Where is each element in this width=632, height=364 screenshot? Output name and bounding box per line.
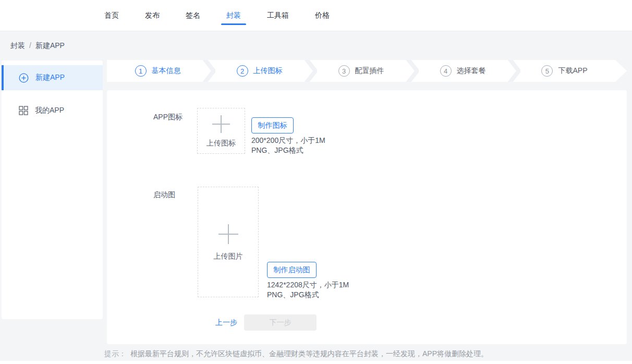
- app-icon-hint-line2: PNG、JPG格式: [251, 145, 325, 155]
- step-upload-icon: 2 上传图标: [209, 60, 310, 82]
- step-number: 5: [541, 65, 553, 77]
- nav-item-sign[interactable]: 签名: [180, 0, 205, 31]
- step-label: 选择套餐: [457, 66, 486, 76]
- step-select-plan: 4 选择套餐: [412, 60, 514, 82]
- top-header: 首页 发布 签名 封装 工具箱 价格: [0, 0, 632, 31]
- upload-icon-text: 上传图标: [206, 139, 236, 148]
- footer-tip: 提示：根据最新平台规则，不允许区块链虚拟币、金融理财类等违规内容在平台封装，一经…: [104, 349, 488, 359]
- plus-icon: [211, 114, 231, 134]
- step-number: 4: [440, 65, 452, 77]
- nav-item-toolbox[interactable]: 工具箱: [262, 0, 294, 31]
- sidebar-item-my-app[interactable]: 我的APP: [2, 98, 103, 123]
- main-panel: APP图标 上传图标 制作图标 200*200尺寸，小于1M PNG、JPG格式…: [107, 90, 627, 344]
- steps-bar: 1 基本信息 2 上传图标 3 配置插件 4 选择套餐 5 下载APP: [107, 60, 627, 82]
- step-basic-info: 1 基本信息: [107, 60, 209, 82]
- step-label: 下载APP: [558, 66, 587, 76]
- sidebar: 新建APP 我的APP: [2, 60, 103, 319]
- make-launch-image-button[interactable]: 制作启动图: [267, 262, 317, 278]
- step-label: 上传图标: [253, 66, 283, 76]
- step-number: 2: [237, 65, 248, 77]
- launch-image-hint-line2: PNG、JPG格式: [267, 290, 349, 300]
- launch-image-hint-line1: 1242*2208尺寸，小于1M: [267, 280, 349, 290]
- launch-image-label: 启动图: [153, 190, 175, 200]
- step-configure-plugins: 3 配置插件: [310, 60, 412, 82]
- step-number: 3: [338, 65, 350, 77]
- launch-image-hint: 1242*2208尺寸，小于1M PNG、JPG格式: [267, 280, 349, 300]
- app-icon-label: APP图标: [153, 113, 183, 122]
- breadcrumb-separator: /: [29, 41, 31, 50]
- main-nav: 首页 发布 签名 封装 工具箱 价格: [0, 0, 632, 31]
- breadcrumb-section[interactable]: 封装: [10, 41, 25, 50]
- nav-item-publish[interactable]: 发布: [140, 0, 165, 31]
- plus-icon: [217, 223, 239, 245]
- step-download-app: 5 下载APP: [514, 60, 615, 82]
- breadcrumb-current: 新建APP: [35, 41, 65, 50]
- nav-item-price[interactable]: 价格: [310, 0, 335, 31]
- sidebar-item-label: 我的APP: [35, 106, 64, 115]
- plus-circle-icon: [19, 73, 29, 83]
- sidebar-item-label: 新建APP: [35, 73, 65, 82]
- steps-bar-arrow-end: [615, 60, 627, 82]
- app-icon-upload-box[interactable]: 上传图标: [197, 108, 245, 154]
- nav-item-home[interactable]: 首页: [99, 0, 124, 31]
- step-label: 基本信息: [152, 66, 181, 76]
- app-icon-hint-line1: 200*200尺寸，小于1M: [251, 136, 325, 145]
- sidebar-item-new-app[interactable]: 新建APP: [2, 65, 103, 90]
- grid-icon: [19, 106, 28, 115]
- next-step-button[interactable]: 下一步: [244, 314, 317, 331]
- breadcrumb: 封装/新建APP: [10, 41, 65, 51]
- footer-tip-text: 根据最新平台规则，不允许区块链虚拟币、金融理财类等违规内容在平台封装，一经发现，…: [130, 349, 488, 358]
- upload-image-text: 上传图片: [214, 252, 243, 261]
- app-icon-hint: 200*200尺寸，小于1M PNG、JPG格式: [251, 136, 325, 155]
- step-number: 1: [135, 65, 147, 77]
- launch-image-upload-box[interactable]: 上传图片: [198, 187, 259, 297]
- nav-item-package[interactable]: 封装: [221, 0, 246, 31]
- step-label: 配置插件: [355, 66, 384, 76]
- make-icon-button[interactable]: 制作图标: [251, 117, 294, 134]
- bottom-strip: [0, 361, 632, 364]
- footer-tip-label: 提示：: [104, 349, 126, 358]
- previous-step-link[interactable]: 上一步: [215, 318, 237, 327]
